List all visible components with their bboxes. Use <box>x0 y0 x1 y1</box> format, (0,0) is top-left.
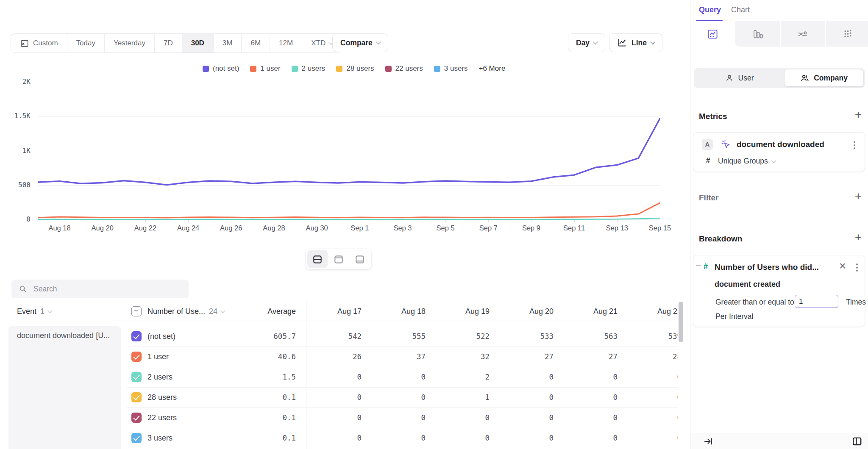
row-value: 533 <box>498 326 562 346</box>
row-checkbox[interactable] <box>131 392 142 402</box>
y-axis-label: 1.5K <box>4 112 31 120</box>
row-average: 40.6 <box>229 346 296 367</box>
row-checkbox[interactable] <box>131 372 142 382</box>
event-click-icon <box>721 139 731 149</box>
range-custom[interactable]: Custom <box>11 34 67 53</box>
table-bottom-view-button[interactable] <box>350 250 370 268</box>
tab-query[interactable]: Query <box>699 6 721 14</box>
series-line-1-user <box>38 203 660 218</box>
condition-value-input[interactable] <box>795 295 838 308</box>
y-axis-label: 0 <box>4 215 31 223</box>
range-6m[interactable]: 6M <box>241 34 270 53</box>
aggregation-selector[interactable]: Unique Groups <box>718 157 776 166</box>
range-yesterday[interactable]: Yesterday <box>104 34 154 53</box>
legend-label: (not set) <box>213 64 239 73</box>
series-header-label: Number of Use... <box>147 307 205 316</box>
row-average: 0.1 <box>229 387 296 407</box>
chevron-down-icon <box>376 39 381 44</box>
compare-button[interactable]: Compare <box>332 33 388 52</box>
add-metric-button[interactable]: + <box>852 108 864 122</box>
tab-chart[interactable]: Chart <box>731 6 750 14</box>
range-30d[interactable]: 30D <box>182 34 213 53</box>
row-label: 28 users <box>147 387 177 407</box>
x-axis-label: Sep 5 <box>437 224 455 232</box>
legend-label: 2 users <box>302 64 326 73</box>
series-line-2-users <box>38 218 660 219</box>
metric-menu-button[interactable] <box>852 139 857 151</box>
chart-type-tab-line-chart[interactable] <box>690 21 735 47</box>
drag-handle[interactable] <box>696 265 701 267</box>
legend-label: 3 users <box>444 64 468 73</box>
row-value: 0 <box>370 367 434 387</box>
chart-type-tab-flow[interactable] <box>781 21 825 47</box>
collapse-panel-icon[interactable] <box>703 436 713 446</box>
row-value: 0 <box>562 407 626 428</box>
add-breakdown-button[interactable]: + <box>852 231 864 244</box>
legend-item[interactable]: (not set) <box>203 64 239 73</box>
row-value: 0 <box>562 387 626 407</box>
search-box[interactable] <box>11 280 189 298</box>
select-all-checkbox[interactable] <box>131 306 142 316</box>
date-column-header: Aug 17 <box>306 302 370 321</box>
x-axis-label: Sep 9 <box>522 224 540 232</box>
row-value: 0 <box>306 428 370 448</box>
breakdown-menu-button[interactable] <box>854 262 860 273</box>
scope-option-company[interactable]: Company <box>785 69 863 86</box>
search-input[interactable] <box>33 284 161 294</box>
breakdown-card[interactable]: # Number of Users who did... × document … <box>693 255 865 327</box>
y-axis-label: 2K <box>4 78 31 86</box>
legend-item[interactable]: 2 users <box>292 64 326 73</box>
breakdown-symbol: # <box>704 262 708 271</box>
range-12m[interactable]: 12M <box>270 34 302 53</box>
row-average: 1.5 <box>229 367 296 387</box>
chart-type-tab-scatter-grid[interactable] <box>826 21 868 47</box>
chart-plot <box>38 76 660 222</box>
range-7d[interactable]: 7D <box>154 34 182 53</box>
range-label: Yesterday <box>114 39 145 47</box>
chart-type-tab-bar-chart[interactable] <box>735 21 779 47</box>
legend-item[interactable]: 3 users <box>434 64 468 73</box>
row-average: 605.7 <box>229 326 296 346</box>
table-bottom-view-icon <box>354 254 365 265</box>
row-checkbox[interactable] <box>131 331 142 341</box>
legend-item[interactable]: 22 users <box>385 64 423 73</box>
series-column-header[interactable]: Number of Use... 24 <box>147 302 225 321</box>
event-list-item[interactable]: document downloaded [U... <box>8 326 121 449</box>
table-top-view-button[interactable] <box>328 250 349 268</box>
event-column-header[interactable]: Event 1 <box>17 302 52 321</box>
row-checkbox[interactable] <box>131 352 142 362</box>
split-panel-icon[interactable] <box>851 436 862 447</box>
legend-more[interactable]: +6 More <box>479 64 506 73</box>
chart-type-separator <box>825 21 826 47</box>
chart-type-button[interactable]: Line <box>609 33 662 52</box>
table-scrollbar[interactable] <box>679 302 683 342</box>
scope-option-user[interactable]: User <box>694 68 785 88</box>
row-value: 0 <box>370 387 434 407</box>
legend-swatch <box>434 66 440 72</box>
chevron-down-icon <box>47 308 52 313</box>
x-axis-label: Aug 24 <box>177 224 199 232</box>
chart-type-label: Line <box>632 39 647 47</box>
line-chart-icon <box>617 38 627 48</box>
split-view-button[interactable] <box>307 250 328 268</box>
legend-item[interactable]: 28 users <box>336 64 374 73</box>
add-filter-button[interactable]: + <box>852 190 864 203</box>
x-axis-label: Sep 7 <box>479 224 498 232</box>
metrics-section-title: Metrics <box>699 112 727 121</box>
chart-legend: (not set)1 user2 users28 users22 users3 … <box>203 64 505 74</box>
x-axis-label: Aug 28 <box>263 224 285 232</box>
row-value: 555 <box>370 326 434 346</box>
row-value: 0 <box>498 387 562 407</box>
users-icon <box>800 73 810 83</box>
legend-swatch <box>203 66 209 72</box>
close-icon[interactable]: × <box>837 259 848 274</box>
row-checkbox[interactable] <box>131 433 142 443</box>
range-label: Today <box>76 39 95 47</box>
metric-card[interactable]: A document downloaded # Unique Groups <box>693 132 865 172</box>
granularity-button[interactable]: Day <box>568 33 605 52</box>
range-today[interactable]: Today <box>67 34 104 53</box>
legend-item[interactable]: 1 user <box>250 64 280 73</box>
range-label: Custom <box>33 39 58 47</box>
row-checkbox[interactable] <box>131 413 142 423</box>
range-3m[interactable]: 3M <box>213 34 242 53</box>
